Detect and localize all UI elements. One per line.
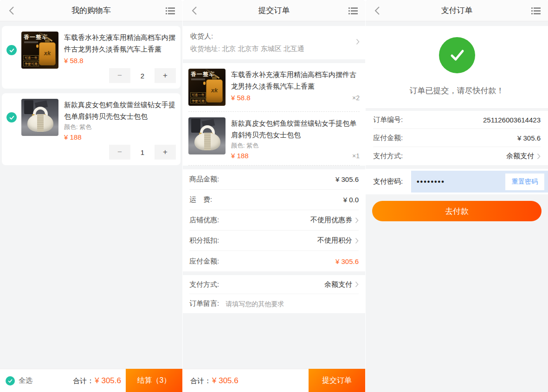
summary-value: 不使用优惠券	[310, 216, 352, 225]
perfume-bottle: xk	[39, 42, 56, 65]
order-number-value: 251126003614423	[483, 116, 541, 124]
summary-label: 店铺优惠:	[189, 216, 219, 225]
cart-footer-bar: 全选 合计： ¥ 305.6 结算（3）	[0, 369, 182, 392]
screen-pay: 支付订单 订单已提交，请尽快付款！ 订单编号: 251126003614423 …	[366, 0, 548, 392]
payment-method-value: 余额支付	[324, 280, 352, 289]
submit-order-button[interactable]: 提交订单	[309, 369, 365, 392]
qty-value: 1	[132, 145, 153, 160]
chevron-right-icon	[355, 281, 359, 288]
total-value: ¥ 305.6	[212, 376, 239, 386]
order-products-card: 香一整车 xk 可香一年 孕婴可用 车载香水补充液车用精油高档车内摆件古龙男持久…	[183, 63, 365, 166]
payment-method-row[interactable]: 支付方式: 余额支付	[189, 275, 359, 294]
address-line: 收货地址: 北京 北京市 东城区 北互通	[190, 45, 349, 53]
cart-total: 合计： ¥ 305.6	[73, 376, 121, 386]
select-all-toggle[interactable]: 全选	[0, 376, 32, 386]
payment-method-value: 余额支付	[506, 152, 534, 161]
product-image-perfume: 香一整车 xk 可香一年 孕婴可用	[21, 32, 58, 69]
order-navbar: 提交订单	[183, 0, 365, 21]
qty-plus-button[interactable]: +	[155, 68, 176, 83]
chevron-right-icon	[355, 217, 359, 224]
page-title: 我的购物车	[71, 5, 111, 16]
select-all-checkbox[interactable]	[6, 376, 15, 386]
order-number-label: 订单编号:	[373, 116, 403, 124]
menu-button[interactable]	[529, 0, 543, 21]
menu-button[interactable]	[346, 0, 361, 21]
payment-method-label: 支付方式:	[373, 152, 403, 161]
cart-item[interactable]: 香一整车 xk 可香一年 孕婴可用 车载香水补充液车用精油高档车内摆件古龙男持久…	[2, 26, 181, 89]
order-number-row: 订单编号: 251126003614423	[373, 111, 541, 129]
payment-method-row[interactable]: 支付方式: 余额支付	[373, 147, 541, 165]
payment-method-card: 支付方式: 余额支付 订单留言:	[183, 275, 365, 313]
item-price: ¥ 188	[231, 152, 249, 160]
perfume-tag1: 可香一年	[23, 55, 39, 60]
chevron-right-icon	[537, 153, 541, 160]
menu-button[interactable]	[163, 0, 178, 21]
screen-cart: 我的购物车 香一整车 xk 可香一年 孕婴可用	[0, 0, 182, 392]
success-message: 订单已提交，请尽快付款！	[366, 85, 548, 96]
payment-password-input[interactable]: •••••••• 重置密码	[411, 171, 548, 193]
perfume-tags: 可香一年 孕婴可用	[190, 92, 206, 103]
chevron-right-icon	[356, 39, 360, 47]
back-button[interactable]	[370, 0, 384, 21]
cart-navbar: 我的购物车	[0, 0, 182, 21]
chevron-right-icon	[355, 238, 359, 244]
checkout-button[interactable]: 结算（3）	[126, 369, 182, 392]
qty-minus-button[interactable]: −	[109, 68, 130, 83]
order-remark-input[interactable]	[226, 300, 359, 308]
check-icon	[9, 115, 15, 121]
item-title: 新款真皮女包鳄鱼纹蕾丝镶钻女手提包单肩斜挎贝壳包女士包包	[64, 99, 176, 122]
handbag-bg-shape	[24, 100, 33, 114]
pay-info-card: 订单编号: 251126003614423 应付金额: ¥ 305.6 支付方式…	[366, 111, 548, 165]
summary-row-store-coupon[interactable]: 店铺优惠: 不使用优惠券	[189, 210, 359, 231]
order-footer-bar: 合计： ¥ 305.6 提交订单	[183, 369, 365, 392]
item-checkbox[interactable]	[6, 112, 17, 122]
check-icon	[7, 378, 13, 384]
product-image-handbag	[21, 99, 58, 136]
order-submitted-panel: 订单已提交，请尽快付款！	[366, 26, 548, 108]
order-summary-card: 商品金额: ¥ 305.6 运 费: ¥ 0.0 店铺优惠: 不使用优惠券 积分…	[183, 169, 365, 271]
reset-password-button[interactable]: 重置密码	[505, 174, 544, 190]
order-total: 合计： ¥ 305.6	[183, 376, 239, 386]
total-value: ¥ 305.6	[95, 376, 121, 386]
qty-plus-button[interactable]: +	[155, 145, 176, 160]
perfume-image-subtext-bar	[24, 41, 38, 43]
perfume-drop	[36, 45, 39, 48]
quantity-stepper: − 1 +	[64, 145, 176, 160]
item-quantity: ×2	[352, 94, 360, 102]
summary-value: ¥ 0.0	[343, 196, 359, 204]
perfume-bottle: xk	[206, 79, 223, 103]
perfume-tag2: 孕婴可用	[190, 98, 206, 103]
back-button[interactable]	[5, 0, 19, 21]
qty-minus-button[interactable]: −	[109, 145, 130, 160]
perfume-logo: xk	[206, 87, 222, 94]
shipping-address-row[interactable]: 收货人: 收货地址: 北京 北京市 东城区 北互通	[183, 26, 365, 59]
pay-navbar: 支付订单	[366, 0, 548, 21]
summary-label: 商品金额:	[189, 175, 219, 184]
cart-item[interactable]: 新款真皮女包鳄鱼纹蕾丝镶钻女手提包单肩斜挎贝壳包女士包包 颜色: 紫色 ¥ 18…	[2, 93, 181, 165]
receiver-label: 收货人:	[190, 32, 349, 41]
perfume-image-subtext-bar	[191, 78, 205, 80]
back-button[interactable]	[187, 0, 201, 21]
success-check-icon	[439, 37, 475, 73]
item-title: 车载香水补充液车用精油高档车内摆件古龙男持久淡香氛汽车上香薰	[64, 32, 176, 55]
page-title: 支付订单	[441, 5, 473, 16]
item-quantity: ×1	[352, 152, 360, 160]
go-pay-button[interactable]: 去付款	[372, 201, 542, 221]
list-menu-icon	[348, 7, 358, 14]
perfume-tag2: 孕婴可用	[23, 61, 39, 66]
summary-label: 应付金额:	[189, 257, 219, 266]
handbag-body	[27, 114, 53, 132]
order-item[interactable]: 香一整车 xk 可香一年 孕婴可用 车载香水补充液车用精油高档车内摆件古龙男持久…	[188, 63, 360, 112]
list-menu-icon	[531, 7, 541, 14]
item-title: 车载香水补充液车用精油高档车内摆件古龙男持久淡香氛汽车上香薰	[231, 69, 360, 92]
payment-method-label: 支付方式:	[189, 280, 219, 289]
total-label: 合计：	[190, 377, 211, 386]
product-image-handbag	[188, 117, 226, 154]
item-price: ¥ 58.8	[64, 57, 176, 64]
summary-row-points-deduction[interactable]: 积分抵扣: 不使用积分	[189, 231, 359, 251]
payment-password-row: 支付密码: •••••••• 重置密码	[366, 169, 548, 194]
item-checkbox[interactable]	[6, 45, 17, 55]
select-all-label: 全选	[19, 376, 32, 385]
order-item[interactable]: 新款真皮女包鳄鱼纹蕾丝镶钻女手提包单肩斜挎贝壳包女士包包 颜色: 紫色 ¥ 18…	[188, 112, 360, 166]
payable-amount-row: 应付金额: ¥ 305.6	[373, 129, 541, 147]
